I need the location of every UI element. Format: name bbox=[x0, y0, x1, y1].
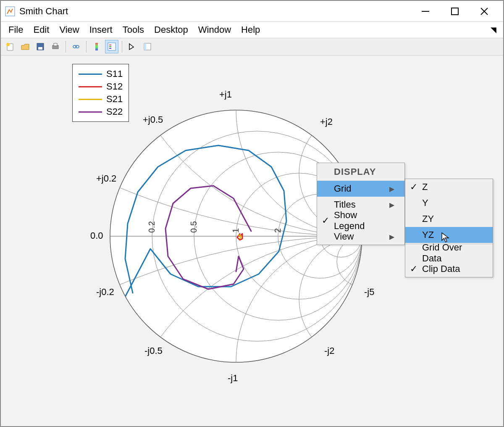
colorbar-button[interactable] bbox=[90, 40, 103, 53]
menu-window[interactable]: Window bbox=[194, 23, 235, 37]
plot-area[interactable]: 0.20.512 +j1 +j0.5 +j2 +j0.2 0.0 -j0.2 -… bbox=[1, 55, 503, 426]
link-button[interactable] bbox=[69, 40, 83, 53]
menu-file[interactable]: File bbox=[4, 23, 27, 37]
svg-rect-14 bbox=[108, 43, 116, 50]
legend-label: S12 bbox=[106, 81, 123, 92]
svg-text:0.2: 0.2 bbox=[147, 221, 156, 233]
label-plus-j05: +j0.5 bbox=[143, 114, 163, 125]
toolbar-separator bbox=[86, 41, 87, 53]
label-minus-j02: -j0.2 bbox=[96, 287, 114, 298]
submenu-item-z[interactable]: ✓ Z bbox=[405, 179, 493, 195]
svg-rect-2 bbox=[452, 8, 458, 15]
open-button[interactable] bbox=[18, 40, 32, 53]
dock-arrow-icon[interactable]: ◥ bbox=[491, 25, 496, 34]
svg-rect-10 bbox=[54, 43, 57, 46]
submenu-arrow-icon: ▶ bbox=[388, 201, 396, 209]
legend-label: S11 bbox=[106, 69, 123, 79]
svg-text:1: 1 bbox=[231, 228, 240, 233]
svg-rect-13 bbox=[95, 43, 98, 50]
submenu-item-grid-over-data[interactable]: Grid Over Data bbox=[405, 245, 493, 261]
legend-label: S22 bbox=[106, 106, 123, 117]
legend[interactable]: S11 S12 S21 S22 bbox=[72, 64, 129, 122]
window-title: Smith Chart bbox=[19, 6, 419, 17]
label-minus-j5: -j5 bbox=[364, 287, 374, 298]
label-plus-j02: +j0.2 bbox=[96, 173, 116, 184]
svg-rect-19 bbox=[144, 43, 146, 50]
submenu-item-y[interactable]: Y bbox=[405, 195, 493, 211]
menu-help[interactable]: Help bbox=[237, 23, 264, 37]
menu-view[interactable]: View bbox=[55, 23, 83, 37]
menu-tools[interactable]: Tools bbox=[118, 23, 148, 37]
save-button[interactable] bbox=[34, 40, 47, 53]
submenu-item-clip-data[interactable]: ✓ Clip Data bbox=[405, 261, 493, 277]
context-menu-header: DISPLAY bbox=[317, 163, 404, 181]
svg-point-6 bbox=[6, 43, 10, 46]
legend-item-s12[interactable]: S12 bbox=[79, 80, 123, 93]
label-minus-j05: -j0.5 bbox=[144, 345, 163, 356]
menu-item-view[interactable]: View ▶ bbox=[317, 229, 404, 245]
close-button[interactable] bbox=[478, 5, 491, 18]
menu-desktop[interactable]: Desktop bbox=[150, 23, 192, 37]
toolbar-separator bbox=[122, 41, 122, 53]
label-zero: 0.0 bbox=[90, 230, 103, 241]
print-button[interactable] bbox=[49, 40, 62, 53]
check-icon: ✓ bbox=[405, 182, 422, 192]
svg-text:0.5: 0.5 bbox=[189, 221, 198, 233]
edit-plot-button[interactable] bbox=[126, 40, 139, 53]
legend-label: S21 bbox=[106, 94, 123, 105]
menu-edit[interactable]: Edit bbox=[29, 23, 53, 37]
label-minus-j1: -j1 bbox=[228, 373, 238, 384]
window-controls bbox=[419, 5, 499, 18]
menu-bar: File Edit View Insert Tools Desktop Wind… bbox=[1, 22, 503, 38]
context-menu-display[interactable]: DISPLAY Grid ▶ Titles ▶ ✓ Show Legend Vi… bbox=[317, 163, 405, 245]
legend-item-s22[interactable]: S22 bbox=[79, 105, 123, 118]
label-plus-j2: +j2 bbox=[320, 116, 333, 127]
new-figure-button[interactable] bbox=[3, 40, 17, 53]
title-bar: Smith Chart bbox=[1, 1, 503, 22]
svg-text:2: 2 bbox=[273, 228, 282, 233]
submenu-item-zy[interactable]: ZY bbox=[405, 211, 493, 227]
context-submenu-grid[interactable]: ✓ Z Y ZY YZ Grid Over Data ✓ Clip Data bbox=[405, 179, 493, 277]
minimize-button[interactable] bbox=[419, 5, 432, 18]
legend-button[interactable] bbox=[105, 40, 118, 53]
legend-item-s11[interactable]: S11 bbox=[79, 68, 123, 80]
menu-insert[interactable]: Insert bbox=[85, 23, 117, 37]
svg-rect-8 bbox=[38, 47, 42, 50]
maximize-button[interactable] bbox=[449, 5, 461, 18]
check-icon: ✓ bbox=[317, 215, 334, 226]
submenu-arrow-icon: ▶ bbox=[388, 233, 396, 241]
toolbar bbox=[1, 38, 503, 55]
toolbar-separator bbox=[66, 41, 66, 53]
submenu-item-yz[interactable]: YZ bbox=[405, 227, 493, 243]
matlab-icon bbox=[5, 6, 15, 16]
check-icon: ✓ bbox=[405, 264, 422, 274]
menu-item-grid[interactable]: Grid ▶ bbox=[317, 181, 404, 197]
property-editor-button[interactable] bbox=[141, 40, 154, 53]
label-minus-j2: -j2 bbox=[324, 345, 334, 356]
legend-item-s21[interactable]: S21 bbox=[79, 93, 123, 105]
label-plus-j1: +j1 bbox=[219, 89, 232, 100]
submenu-arrow-icon: ▶ bbox=[388, 185, 396, 193]
menu-item-show-legend[interactable]: ✓ Show Legend bbox=[317, 213, 404, 229]
